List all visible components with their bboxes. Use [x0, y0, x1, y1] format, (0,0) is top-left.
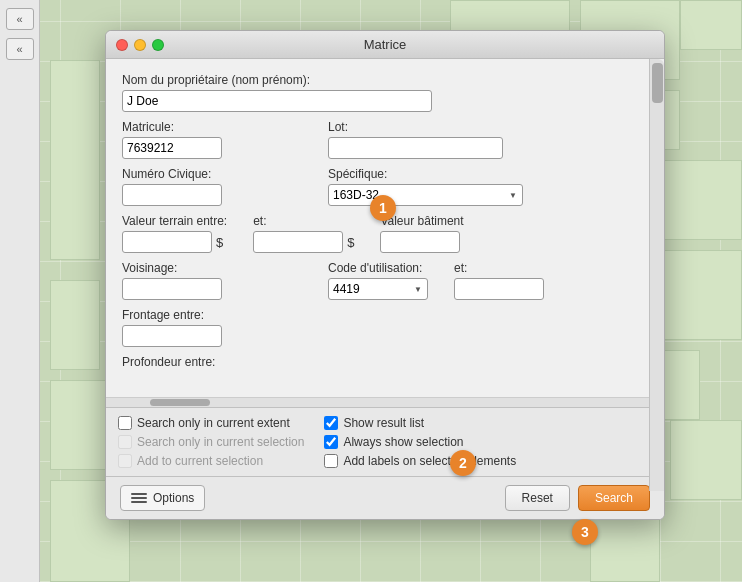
form-row-frontage: Frontage entre:: [122, 308, 644, 347]
matricule-label: Matricule:: [122, 120, 222, 134]
reset-button[interactable]: Reset: [505, 485, 570, 511]
owner-label: Nom du propriétaire (nom prénom):: [122, 73, 432, 87]
checkbox-col-right: Show result list Always show selection A…: [324, 416, 516, 468]
form-group-frontage: Frontage entre:: [122, 308, 222, 347]
close-button[interactable]: [116, 39, 128, 51]
dialog-content: Nom du propriétaire (nom prénom): Matric…: [106, 59, 664, 397]
add-labels-checkbox[interactable]: [324, 454, 338, 468]
dialog-title: Matrice: [364, 37, 407, 52]
sidebar-btn-2[interactable]: «: [6, 38, 34, 60]
specifique-label: Spécifique:: [328, 167, 523, 181]
horizontal-scrollbar[interactable]: [106, 397, 664, 407]
dialog-window: Matrice Nom du propriétaire (nom prénom)…: [105, 30, 665, 520]
checkbox-search-extent[interactable]: Search only in current extent: [118, 416, 304, 430]
lot-label: Lot:: [328, 120, 503, 134]
lot-input[interactable]: [328, 137, 503, 159]
options-bar: Search only in current extent Search onl…: [106, 407, 664, 476]
badge-2: 2: [450, 450, 476, 476]
always-show-label: Always show selection: [343, 435, 463, 449]
et-1-currency: $: [253, 231, 354, 253]
currency-symbol-1: $: [216, 235, 223, 250]
checkbox-add-labels[interactable]: Add labels on selected elements: [324, 454, 516, 468]
options-label: Options: [153, 491, 194, 505]
form-group-matricule: Matricule:: [122, 120, 222, 159]
search-button[interactable]: Search: [578, 485, 650, 511]
profondeur-label: Profondeur entre:: [122, 355, 215, 369]
window-buttons: [116, 39, 164, 51]
checkbox-col-left: Search only in current extent Search onl…: [118, 416, 304, 468]
add-selection-label: Add to current selection: [137, 454, 263, 468]
badge-1: 1: [370, 195, 396, 221]
form-section: Nom du propriétaire (nom prénom): Matric…: [122, 73, 644, 383]
checkbox-always-show[interactable]: Always show selection: [324, 435, 516, 449]
search-extent-checkbox[interactable]: [118, 416, 132, 430]
code-utilisation-select[interactable]: 4419: [328, 278, 428, 300]
options-icon-line-3: [131, 501, 147, 503]
voisinage-input[interactable]: [122, 278, 222, 300]
search-selection-checkbox: [118, 435, 132, 449]
valeur-terrain-input[interactable]: [122, 231, 212, 253]
valeur-terrain-currency: $: [122, 231, 227, 253]
form-row-profondeur: Profondeur entre:: [122, 355, 644, 375]
options-button[interactable]: Options: [120, 485, 205, 511]
search-selection-label: Search only in current selection: [137, 435, 304, 449]
sidebar-btn-1[interactable]: «: [6, 8, 34, 30]
code-utilisation-select-wrapper: 4419: [328, 278, 428, 300]
form-row-owner: Nom du propriétaire (nom prénom):: [122, 73, 644, 112]
et-label-1: et:: [253, 214, 354, 228]
maximize-button[interactable]: [152, 39, 164, 51]
options-icon-line-2: [131, 497, 147, 499]
add-selection-checkbox: [118, 454, 132, 468]
checkboxes-row: Search only in current extent Search onl…: [118, 416, 652, 468]
title-bar: Matrice: [106, 31, 664, 59]
options-icon: [131, 490, 147, 506]
form-group-profondeur: Profondeur entre:: [122, 355, 215, 369]
form-row-voisinage: Voisinage: Code d'utilisation: 4419 et:: [122, 261, 644, 300]
owner-input[interactable]: [122, 90, 432, 112]
matricule-input[interactable]: [122, 137, 222, 159]
form-group-civique: Numéro Civique:: [122, 167, 222, 206]
civique-input[interactable]: [122, 184, 222, 206]
form-group-voisinage: Voisinage:: [122, 261, 222, 300]
valeur-bati-input[interactable]: [380, 231, 460, 253]
badge-3: 3: [572, 519, 598, 545]
code-utilisation-label: Code d'utilisation:: [328, 261, 428, 275]
form-group-owner: Nom du propriétaire (nom prénom):: [122, 73, 432, 112]
checkbox-search-selection: Search only in current selection: [118, 435, 304, 449]
form-group-specifique: Spécifique: 163D-32: [328, 167, 523, 206]
checkbox-show-result[interactable]: Show result list: [324, 416, 516, 430]
show-result-checkbox[interactable]: [324, 416, 338, 430]
currency-symbol-2: $: [347, 235, 354, 250]
frontage-input[interactable]: [122, 325, 222, 347]
frontage-label: Frontage entre:: [122, 308, 222, 322]
add-labels-label: Add labels on selected elements: [343, 454, 516, 468]
voisinage-label: Voisinage:: [122, 261, 222, 275]
et-1-input[interactable]: [253, 231, 343, 253]
specifique-select-wrapper: 163D-32: [328, 184, 523, 206]
form-group-et-1: et: $: [253, 214, 354, 253]
et-2-input[interactable]: [454, 278, 544, 300]
valeur-terrain-label: Valeur terrain entre:: [122, 214, 227, 228]
checkbox-add-selection: Add to current selection: [118, 454, 304, 468]
h-scroll-thumb: [150, 399, 210, 406]
form-group-et-2: et:: [454, 261, 544, 300]
action-bar: Options Reset Search: [106, 476, 664, 519]
form-group-code-utilisation: Code d'utilisation: 4419: [328, 261, 428, 300]
action-buttons: Reset Search: [505, 485, 650, 511]
specifique-select[interactable]: 163D-32: [328, 184, 523, 206]
left-sidebar: « «: [0, 0, 40, 582]
minimize-button[interactable]: [134, 39, 146, 51]
form-row-matricule: Matricule: Lot:: [122, 120, 644, 159]
et-label-2: et:: [454, 261, 544, 275]
always-show-checkbox[interactable]: [324, 435, 338, 449]
form-group-valeur-terrain: Valeur terrain entre: $: [122, 214, 227, 253]
search-extent-label: Search only in current extent: [137, 416, 290, 430]
civique-label: Numéro Civique:: [122, 167, 222, 181]
form-group-valeur-bati: Valeur bâtiment: [380, 214, 463, 253]
options-icon-line-1: [131, 493, 147, 495]
show-result-label: Show result list: [343, 416, 424, 430]
form-group-lot: Lot:: [328, 120, 503, 159]
